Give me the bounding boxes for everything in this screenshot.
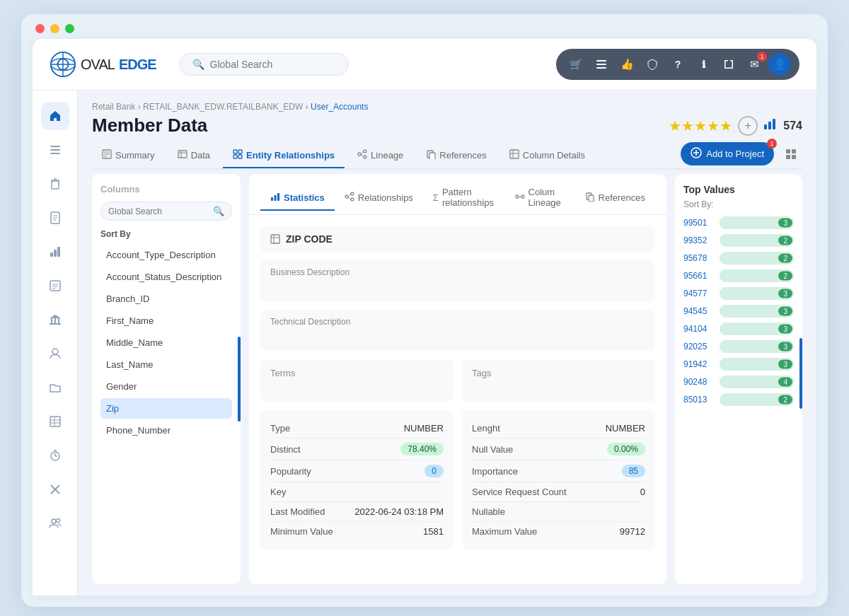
- top-values-title: Top Values: [683, 184, 794, 195]
- column-item-gender[interactable]: Gender: [100, 376, 232, 397]
- references-tab-icon: [426, 149, 436, 161]
- tab-column-details[interactable]: Column Details: [499, 144, 595, 168]
- grid-view-button[interactable]: [780, 143, 802, 165]
- column-item-account-status[interactable]: Account_Status_Description: [100, 267, 232, 287]
- sub-tab-relationships[interactable]: Relationships: [335, 186, 423, 211]
- top-values-scrollbar[interactable]: [799, 338, 802, 409]
- sidebar-item-list[interactable]: [41, 136, 69, 164]
- tv-bar-fill-3: [720, 269, 757, 282]
- column-search-input[interactable]: [108, 207, 209, 216]
- column-item-phone[interactable]: Phone_Number: [100, 420, 232, 441]
- column-item-account-type[interactable]: Account_Type_Description: [100, 245, 232, 265]
- help-icon-btn[interactable]: ?: [666, 53, 689, 76]
- tab-entity-relationships[interactable]: Entity Relationships: [223, 144, 345, 168]
- svg-point-83: [521, 195, 524, 198]
- sidebar-item-timer[interactable]: [41, 441, 69, 470]
- top-value-item: 85013 2: [683, 393, 794, 406]
- sidebar-item-table[interactable]: [41, 407, 69, 436]
- service-request-key: Service Request Count: [472, 487, 567, 497]
- sidebar-item-tools[interactable]: [41, 475, 69, 504]
- sidebar-item-folder[interactable]: [41, 373, 69, 402]
- tv-count-1: 2: [778, 236, 792, 245]
- tv-count-2: 2: [778, 254, 792, 263]
- sidebar-item-trash[interactable]: [41, 170, 69, 198]
- add-to-project-button[interactable]: Add to Project 1: [681, 142, 774, 165]
- column-item-zip[interactable]: Zip: [100, 398, 232, 419]
- mail-badge: 1: [757, 52, 767, 62]
- column-item-middle-name[interactable]: Middle_Name: [100, 332, 232, 353]
- stats-row-max: Maximum Value 99712: [472, 522, 645, 541]
- add-rating-button[interactable]: +: [738, 116, 758, 136]
- user-icon-btn[interactable]: 👤: [768, 53, 791, 76]
- tv-value-5: 94545: [683, 306, 715, 316]
- list-icon-btn[interactable]: [590, 53, 613, 76]
- service-request-val: 0: [640, 487, 645, 497]
- sub-tab-pattern-relationships[interactable]: Σ Pattern relationships: [423, 181, 505, 215]
- column-item-first-name[interactable]: First_Name: [100, 310, 232, 331]
- sub-tab-references[interactable]: References: [575, 186, 655, 211]
- app-body: OVALEDGE 🔍 🛒 👍 ? ℹ: [33, 39, 816, 595]
- svg-rect-53: [233, 150, 237, 153]
- sidebar-item-home[interactable]: [41, 102, 69, 130]
- logo: OVALEDGE: [50, 51, 156, 78]
- search-bar[interactable]: 🔍: [179, 53, 349, 76]
- page-content: Retail Bank › RETAIL_BANK_EDW.RETAILBANK…: [78, 91, 816, 595]
- tv-bar-fill-1: [720, 234, 757, 247]
- svg-rect-9: [50, 149, 60, 151]
- info-icon-btn[interactable]: ℹ: [692, 53, 715, 76]
- svg-rect-29: [50, 323, 61, 325]
- cart-icon-btn[interactable]: 🛒: [565, 53, 587, 76]
- svg-rect-86: [589, 195, 594, 202]
- sidebar-item-person[interactable]: [41, 339, 69, 368]
- svg-rect-54: [238, 150, 242, 153]
- expand-icon-btn[interactable]: [717, 53, 740, 76]
- tab-references[interactable]: References: [416, 144, 496, 168]
- star-rating[interactable]: ★★★★★: [669, 117, 732, 134]
- svg-rect-70: [786, 149, 790, 153]
- technical-description-field: Technical Description: [260, 310, 655, 351]
- tv-count-4: 3: [778, 289, 792, 298]
- sub-tab-statistics[interactable]: Statistics: [260, 186, 335, 211]
- sidebar-item-doc[interactable]: [41, 204, 69, 232]
- length-val: NUMBER: [606, 423, 645, 434]
- data-tab-icon: [178, 149, 187, 161]
- last-modified-key: Last Modified: [270, 506, 325, 517]
- tv-value-4: 94577: [683, 289, 715, 298]
- maximize-dot[interactable]: [65, 24, 74, 33]
- tab-summary-label: Summary: [115, 150, 155, 161]
- column-search[interactable]: 🔍: [100, 202, 232, 221]
- tab-summary[interactable]: Summary: [92, 144, 165, 168]
- tab-data[interactable]: Data: [168, 144, 220, 168]
- svg-rect-31: [50, 417, 60, 426]
- sidebar-item-users[interactable]: [41, 509, 69, 537]
- sidebar-item-report[interactable]: [41, 272, 69, 300]
- shield-icon-btn[interactable]: [641, 53, 664, 76]
- logo-text-edge: EDGE: [119, 57, 156, 73]
- svg-point-59: [364, 156, 366, 158]
- stats-row-key: Key: [270, 482, 444, 502]
- scroll-indicator: [238, 337, 241, 422]
- sub-tab-column-lineage[interactable]: Colum Lineage: [505, 181, 575, 215]
- close-dot[interactable]: [35, 24, 45, 33]
- stats-tables: Type NUMBER Distinct 78.40% Popularity: [260, 410, 655, 550]
- top-value-item: 91942 3: [683, 358, 794, 371]
- mail-icon-btn[interactable]: ✉ 1: [743, 53, 766, 76]
- column-item-last-name[interactable]: Last_Name: [100, 354, 232, 375]
- column-item-branch-id[interactable]: Branch_ID: [100, 289, 232, 309]
- tab-lineage[interactable]: Lineage: [347, 144, 413, 168]
- svg-rect-64: [510, 150, 519, 158]
- stats-row-null-value: Null Value 0.00%: [472, 438, 645, 460]
- sidebar-item-bank[interactable]: [41, 306, 69, 334]
- top-value-item: 95678 2: [683, 252, 794, 265]
- tv-bar-fill-6: [720, 322, 775, 335]
- svg-rect-76: [277, 193, 279, 201]
- top-value-item: 94577 3: [683, 287, 794, 300]
- stats-row-length: Lenght NUMBER: [472, 419, 645, 438]
- tv-count-8: 3: [778, 360, 792, 369]
- minimize-dot[interactable]: [50, 24, 59, 33]
- search-input[interactable]: [210, 59, 323, 70]
- like-icon-btn[interactable]: 👍: [616, 53, 638, 76]
- svg-rect-44: [768, 122, 771, 129]
- sidebar-item-chart[interactable]: [41, 238, 69, 266]
- svg-point-30: [52, 349, 58, 354]
